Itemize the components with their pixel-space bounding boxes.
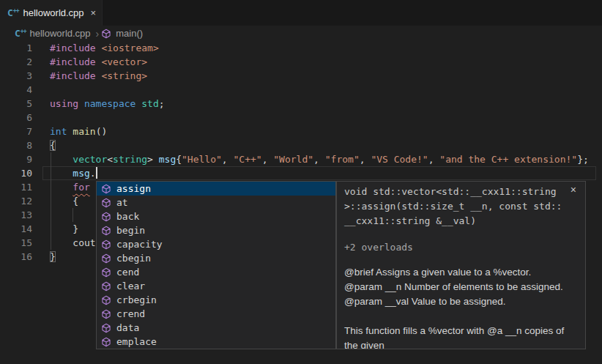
symbol-method-icon (100, 225, 112, 237)
code-line-5[interactable]: 5using namespace std; (0, 97, 602, 111)
line-number: 11 (0, 180, 32, 194)
suggestion-item-capacity[interactable]: capacity (97, 237, 335, 251)
symbol-method-icon (100, 197, 112, 209)
suggestion-label: back (116, 211, 139, 222)
line-number: 4 (0, 83, 32, 97)
symbol-method-icon (100, 281, 112, 292)
suggestion-item-crbegin[interactable]: crbegin (97, 293, 335, 307)
suggestion-label: crbegin (116, 294, 157, 305)
line-number: 3 (0, 69, 32, 83)
docs-signature-line: void std::vector<std::__cxx11::string (344, 185, 578, 199)
symbol-method-icon (100, 336, 112, 348)
breadcrumb: C++ helloworld.cpp › main() (0, 26, 602, 41)
line-number: 13 (0, 208, 32, 222)
suggestion-label: crend (116, 308, 145, 319)
symbol-method-icon (100, 239, 112, 250)
code-line-4[interactable]: 4 (0, 83, 602, 97)
symbol-method-icon (100, 294, 112, 306)
line-number: 1 (0, 41, 32, 55)
tab-close-icon[interactable]: × (90, 8, 96, 18)
breadcrumb-file[interactable]: helloworld.cpp (29, 28, 90, 39)
suggest-docs-panel: × void std::vector<std::__cxx11::string>… (336, 181, 586, 349)
suggestion-label: capacity (116, 239, 163, 250)
tab-bar: C++ helloworld.cpp × (0, 0, 602, 26)
code-line-8[interactable]: 8{ (0, 138, 602, 152)
chevron-right-icon: › (96, 28, 100, 40)
symbol-method-icon (100, 253, 112, 264)
suggestion-label: cbegin (116, 253, 151, 264)
text-cursor (96, 167, 97, 179)
suggestion-item-back[interactable]: back (97, 209, 335, 223)
suggestion-label: data (116, 322, 139, 333)
suggestion-label: begin (116, 225, 145, 236)
symbol-method-icon (100, 308, 112, 320)
line-number: 8 (0, 138, 32, 152)
symbol-method-icon (100, 267, 112, 278)
line-number: 9 (0, 152, 32, 166)
symbol-method-icon (100, 28, 112, 40)
suggestion-label: assign (116, 183, 151, 194)
code-line-2[interactable]: 2#include <vector> (0, 55, 602, 69)
line-number: 12 (0, 194, 32, 208)
code-line-6[interactable]: 6 (0, 111, 602, 125)
close-icon[interactable]: × (571, 185, 576, 195)
suggestion-item-emplace[interactable]: emplace (97, 335, 335, 349)
suggestion-label: clear (116, 281, 145, 291)
code-line-1[interactable]: 1#include <iostream> (0, 41, 602, 55)
line-number: 10 (0, 166, 32, 180)
docs-body-line: This function fills a %vector with @a __… (344, 324, 578, 349)
docs-signature-line: __cxx11::string &__val) (344, 214, 578, 229)
overloads-toggle[interactable]: +2 overloads (344, 240, 578, 255)
line-number: 15 (0, 236, 32, 250)
suggestion-item-data[interactable]: data (97, 321, 335, 335)
suggestion-label: at (116, 197, 128, 208)
line-number: 2 (0, 55, 32, 69)
docs-body-line: @brief Assigns a given value to a %vecto… (344, 265, 578, 280)
symbol-method-icon (100, 211, 112, 223)
tab-helloworld-cpp[interactable]: C++ helloworld.cpp × (0, 0, 103, 26)
line-number: 7 (0, 125, 32, 138)
suggestion-item-cbegin[interactable]: cbegin (97, 251, 335, 265)
line-number: 16 (0, 250, 32, 264)
suggestion-item-crend[interactable]: crend (97, 307, 335, 321)
docs-body-line: @param __val Value to be assigned. (344, 294, 578, 309)
suggestion-item-cend[interactable]: cend (97, 265, 335, 279)
line-number: 6 (0, 111, 32, 125)
line-number: 14 (0, 222, 32, 236)
suggestion-item-at[interactable]: at (97, 196, 335, 209)
suggestion-label: emplace (116, 336, 157, 347)
code-line-9[interactable]: 9 vector<string> msg{"Hello", "C++", "Wo… (0, 152, 602, 166)
code-line-3[interactable]: 3#include <string> (0, 69, 602, 83)
code-line-10[interactable]: 10 msg. (0, 166, 602, 180)
suggestion-item-clear[interactable]: clear (97, 279, 335, 293)
cpp-file-icon: C++ (15, 28, 26, 39)
symbol-method-icon (100, 183, 112, 195)
suggestion-label: cend (116, 267, 139, 278)
docs-signature-line: >::assign(std::size_t __n, const std:: (344, 199, 578, 214)
vscode-window: C++ helloworld.cpp × C++ helloworld.cpp … (0, 0, 602, 364)
symbol-method-icon (100, 322, 112, 334)
suggestion-item-begin[interactable]: begin (97, 223, 335, 237)
code-line-7[interactable]: 7int main() (0, 125, 602, 138)
suggest-widget: assignatbackbegincapacitycbegincendclear… (96, 181, 336, 349)
cpp-file-icon: C++ (7, 7, 18, 18)
tab-label: helloworld.cpp (23, 7, 83, 18)
breadcrumb-symbol[interactable]: main() (116, 28, 143, 39)
line-number: 5 (0, 97, 32, 111)
docs-body-line (344, 309, 578, 324)
docs-body-line: @param __n Number of elements to be assi… (344, 280, 578, 294)
suggestion-item-assign[interactable]: assign (97, 182, 335, 196)
